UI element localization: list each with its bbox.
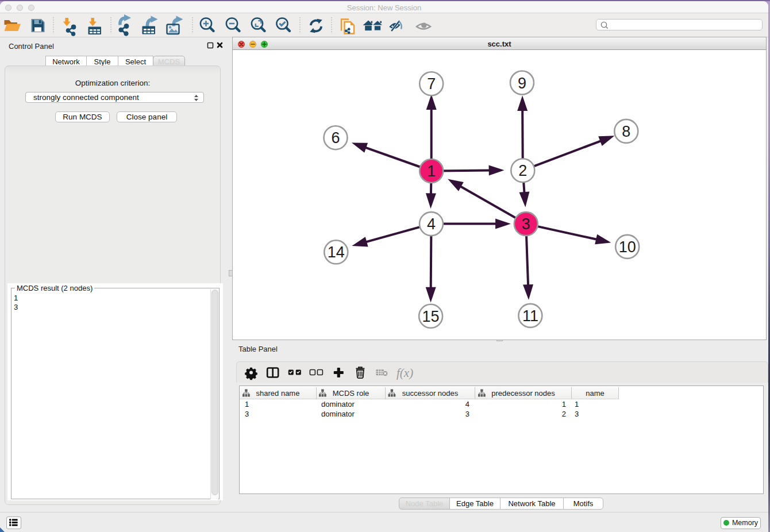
svg-text:3: 3: [522, 215, 530, 233]
svg-text:14: 14: [328, 244, 345, 261]
svg-text:9: 9: [518, 75, 526, 92]
svg-text:15: 15: [422, 308, 440, 325]
svg-text:8: 8: [622, 123, 630, 140]
svg-text:11: 11: [522, 307, 538, 325]
svg-text:1: 1: [427, 163, 436, 180]
svg-text:10: 10: [619, 238, 636, 256]
svg-text:7: 7: [427, 75, 436, 92]
svg-text:4: 4: [427, 215, 436, 233]
svg-text:6: 6: [331, 129, 340, 147]
svg-text:f(x): f(x): [396, 366, 413, 380]
svg-text:2: 2: [518, 162, 527, 179]
